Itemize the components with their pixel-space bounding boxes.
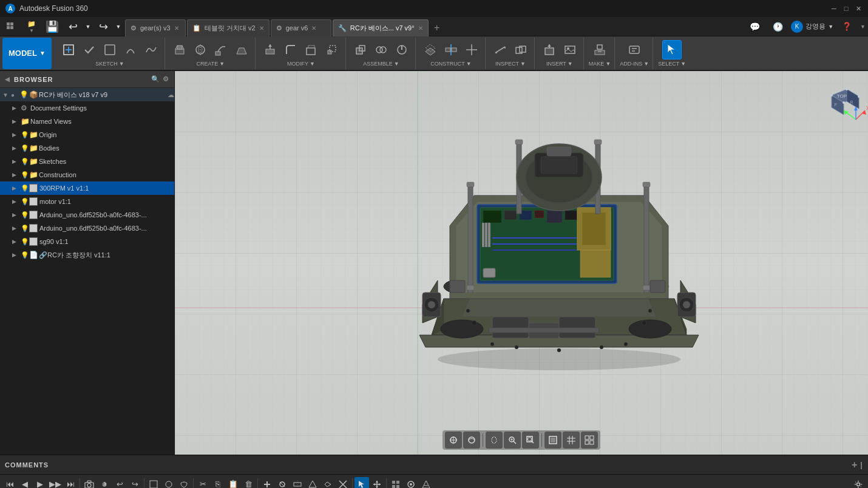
settings-button[interactable]	[851, 477, 866, 489]
bt-tool-2[interactable]	[275, 477, 290, 489]
sketch-line-button[interactable]	[100, 40, 120, 59]
bt-btn-3[interactable]	[177, 477, 191, 489]
grid-icon[interactable]	[6, 22, 16, 32]
browser-search-icon[interactable]: 🔍	[151, 75, 160, 83]
tab1-close-button[interactable]: ✕	[174, 25, 179, 32]
undo-bt-button[interactable]: ↩	[112, 477, 127, 489]
browser-item-300rpm[interactable]: ▶ 💡 300RPM v1 v1:1	[0, 181, 174, 195]
insert-mesh-button[interactable]	[540, 40, 559, 59]
browser-item-origin[interactable]: ▶ 💡 📁 Origin	[0, 128, 174, 141]
sketch-spline-button[interactable]	[141, 40, 161, 59]
chat-button[interactable]: 💬	[745, 17, 764, 36]
bt-extra-1[interactable]	[388, 477, 403, 489]
bt-tool-3[interactable]	[290, 477, 305, 489]
scale-button[interactable]	[322, 40, 342, 59]
bt-tool-5[interactable]	[320, 477, 335, 489]
tab-gear-s-v3[interactable]: ⚙ gear(s) v3 ✕	[125, 19, 186, 36]
item-visibility-check[interactable]	[29, 184, 38, 192]
camera-button[interactable]	[82, 477, 97, 489]
redo-dropdown-button[interactable]: ▼	[114, 17, 123, 36]
browser-item-arduino1[interactable]: ▶ 💡 Arduino_uno.6df525b0-a0fc-4683-...	[0, 208, 174, 222]
bt-extra-3[interactable]	[419, 477, 433, 489]
viewport[interactable]: X Y Z TOP R F	[175, 71, 868, 455]
browser-item-construction[interactable]: ▶ 💡 📁 Construction	[0, 168, 174, 181]
save-button[interactable]: 💾	[42, 17, 62, 36]
sketch-arc-button[interactable]	[121, 40, 140, 59]
sketch-create-button[interactable]	[59, 40, 78, 59]
comments-bar[interactable]: COMMENTS + |	[0, 455, 868, 474]
tab-tablet-holder[interactable]: 📋 테블릿 거치대 v2 ✕	[187, 19, 270, 36]
axis-button[interactable]	[462, 40, 481, 59]
browser-header[interactable]: ◀ BROWSER 🔍 ⚙	[0, 71, 174, 88]
select-label[interactable]: SELECT ▼	[658, 61, 686, 67]
bt-select-tool[interactable]	[354, 477, 369, 489]
play-button[interactable]: ▶	[33, 477, 47, 489]
scripts-addins-button[interactable]	[625, 40, 644, 59]
comments-settings-icon[interactable]: |	[860, 460, 863, 469]
item-visibility-check[interactable]	[29, 211, 38, 219]
browser-item-doc-settings[interactable]: ▶ ⚙ Document Settings	[0, 101, 174, 115]
display-mode-button[interactable]	[544, 432, 561, 449]
tab4-close-button[interactable]: ✕	[418, 25, 423, 32]
step-back-button[interactable]: ◀	[18, 477, 32, 489]
bt-btn-2[interactable]	[161, 477, 176, 489]
bt-tool-6[interactable]	[336, 477, 350, 489]
browser-item-motor[interactable]: ▶ 💡 motor v1:1	[0, 195, 174, 208]
addins-label[interactable]: ADD-INS ▼	[620, 61, 649, 67]
item-visibility-check[interactable]	[29, 197, 38, 206]
comments-add-icon[interactable]: +	[852, 459, 858, 470]
insert-label[interactable]: INSERT ▼	[546, 61, 573, 67]
revolve-button[interactable]	[191, 40, 210, 59]
zoom-window-button[interactable]	[522, 432, 539, 449]
go-to-start-button[interactable]: ⏮	[2, 477, 17, 489]
item-visibility-check[interactable]	[29, 224, 38, 232]
interference-button[interactable]	[511, 40, 531, 59]
assemble-label[interactable]: ASSEMBLE ▼	[363, 61, 399, 67]
browser-settings-icon[interactable]: ⚙	[163, 75, 169, 83]
help-button[interactable]: ❓	[837, 17, 856, 36]
select-button[interactable]	[662, 40, 682, 59]
model-mode-button[interactable]: MODEL ▼	[2, 38, 52, 69]
minimize-button[interactable]: ─	[829, 4, 839, 13]
shell-button[interactable]	[302, 40, 321, 59]
browser-item-arduino2[interactable]: ▶ 💡 Arduino_uno.6df525b0-a0fc-4683-...	[0, 222, 174, 235]
pan-button[interactable]	[486, 432, 503, 449]
bt-btn-1[interactable]	[146, 477, 161, 489]
redo-button[interactable]: ↪	[93, 17, 113, 36]
inspect-label[interactable]: INSPECT ▼	[495, 61, 526, 67]
user-menu[interactable]: K 강영용 ▼	[791, 21, 833, 33]
view-cube-button[interactable]	[97, 477, 112, 489]
modify-label[interactable]: MODIFY ▼	[287, 61, 315, 67]
tab-rc-base[interactable]: 🔧 RC카 베이스... v7 v9° ✕	[333, 19, 429, 36]
create-label[interactable]: CREATE ▼	[196, 61, 225, 67]
grid-toggle-button[interactable]	[563, 432, 580, 449]
construct-label[interactable]: CONSTRUCT ▼	[430, 61, 471, 67]
insert-image-button[interactable]	[560, 40, 580, 59]
new-tab-button[interactable]: +	[430, 19, 444, 36]
bt-cut-button[interactable]: ✂	[195, 477, 210, 489]
file-button[interactable]: 📁 ▼	[22, 17, 41, 36]
browser-item-bodies[interactable]: ▶ 💡 📁 Bodies	[0, 141, 174, 155]
play-forward-button[interactable]: ▶▶	[48, 477, 63, 489]
extrude-button[interactable]	[170, 40, 189, 59]
sketch-label[interactable]: SKETCH ▼	[95, 61, 124, 67]
bt-tool-1[interactable]	[260, 477, 274, 489]
undo-button[interactable]: ↩	[63, 17, 83, 36]
drive-joints-button[interactable]	[392, 40, 412, 59]
loft-button[interactable]	[232, 40, 251, 59]
bt-delete-button[interactable]: 🗑	[241, 477, 256, 489]
item-visibility-check[interactable]	[29, 237, 38, 246]
new-component-button[interactable]	[351, 40, 370, 59]
joint-button[interactable]	[371, 40, 391, 59]
redo-bt-button[interactable]: ↪	[127, 477, 142, 489]
undo-dropdown-button[interactable]: ▼	[84, 17, 92, 36]
fillet-button[interactable]	[281, 40, 300, 59]
bt-copy-button[interactable]: ⎘	[211, 477, 225, 489]
sweep-button[interactable]	[211, 40, 231, 59]
maximize-button[interactable]: □	[841, 4, 851, 13]
go-to-end-button[interactable]: ⏭	[63, 477, 78, 489]
display-settings-button[interactable]	[581, 432, 598, 449]
measure-button[interactable]	[490, 40, 510, 59]
viewcube[interactable]: X Y Z TOP R F	[813, 77, 862, 126]
tab3-close-button[interactable]: ✕	[311, 25, 316, 32]
